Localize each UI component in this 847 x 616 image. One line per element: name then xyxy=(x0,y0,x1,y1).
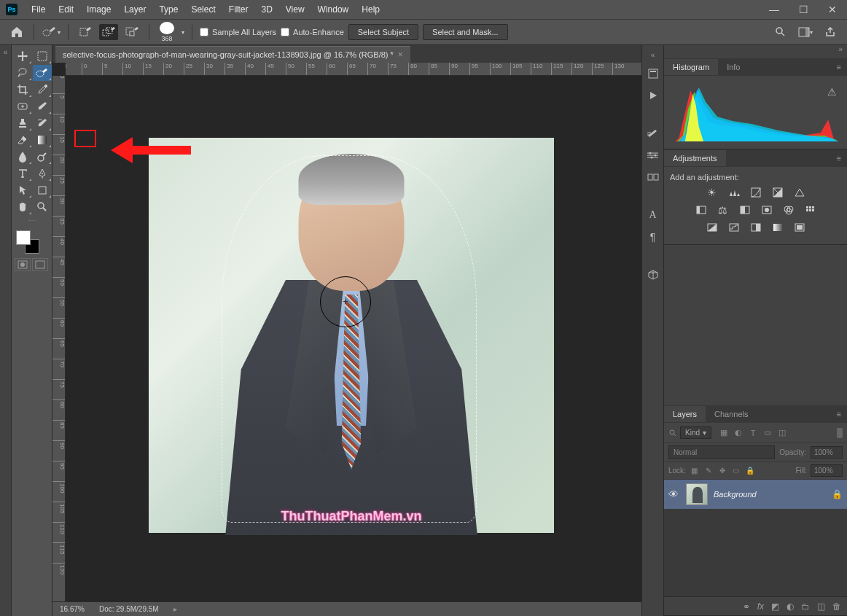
menu-edit[interactable]: Edit xyxy=(52,1,80,17)
kind-dropdown[interactable]: Kind▾ xyxy=(680,426,711,439)
select-and-mask-button[interactable]: Select and Mask... xyxy=(423,24,508,40)
filter-smart-icon[interactable]: ◫ xyxy=(777,428,787,438)
blur-tool[interactable] xyxy=(13,149,32,165)
play-icon[interactable] xyxy=(646,88,660,103)
toolbox-more-icon[interactable]: ⋯ xyxy=(13,217,50,225)
minimize-button[interactable]: — xyxy=(760,1,789,17)
layer-thumbnail[interactable] xyxy=(686,483,708,505)
document-tab[interactable]: selective-focus-photograph-of-man-wearin… xyxy=(55,46,410,63)
3d-panel-icon[interactable] xyxy=(646,268,660,282)
menu-file[interactable]: File xyxy=(25,1,52,17)
lock-artboard-icon[interactable]: ▭ xyxy=(731,466,741,476)
select-subject-button[interactable]: Select Subject xyxy=(348,24,418,40)
delete-layer-icon[interactable]: 🗑 xyxy=(832,601,841,612)
screenmode-icon[interactable] xyxy=(32,258,48,271)
color-wells[interactable] xyxy=(13,229,50,255)
new-selection-icon[interactable] xyxy=(76,24,95,40)
opacity-value[interactable]: 100% xyxy=(811,446,843,459)
dock-collapse-icon[interactable]: « xyxy=(651,51,655,59)
move-tool[interactable] xyxy=(13,48,32,64)
menu-image[interactable]: Image xyxy=(80,1,117,17)
maximize-button[interactable]: ☐ xyxy=(789,1,818,17)
zoom-tool[interactable] xyxy=(33,199,52,215)
menu-select[interactable]: Select xyxy=(184,1,222,17)
color-balance-icon[interactable]: ⚖ xyxy=(716,203,730,217)
panel-menu-icon[interactable]: ≡ xyxy=(831,410,847,418)
hue-icon[interactable] xyxy=(694,203,709,217)
brush-tool[interactable] xyxy=(33,98,52,114)
search-icon[interactable] xyxy=(771,24,790,40)
threshold-icon[interactable] xyxy=(749,221,763,234)
crop-tool[interactable] xyxy=(13,82,32,98)
add-selection-icon[interactable] xyxy=(99,24,118,40)
filter-shape-icon[interactable]: ▭ xyxy=(762,428,773,438)
history-icon[interactable] xyxy=(646,66,660,81)
eraser-tool[interactable] xyxy=(13,132,32,148)
histogram-tab[interactable]: Histogram xyxy=(664,59,718,75)
link-layers-icon[interactable]: ⚭ xyxy=(743,601,750,612)
levels-icon[interactable] xyxy=(727,186,741,199)
menu-type[interactable]: Type xyxy=(152,1,184,17)
exposure-icon[interactable] xyxy=(770,186,785,199)
panel-menu-icon[interactable]: ≡ xyxy=(831,63,847,71)
mask-icon[interactable]: ◩ xyxy=(771,601,779,612)
layer-name[interactable]: Background xyxy=(714,490,826,499)
lock-all-icon[interactable]: 🔒 xyxy=(745,466,755,476)
brush-preview[interactable]: 368 xyxy=(157,22,177,42)
menu-window[interactable]: Window xyxy=(311,1,356,17)
history-brush-tool[interactable] xyxy=(33,115,52,131)
panel-menu-icon[interactable]: ≡ xyxy=(831,154,847,163)
sample-all-layers-checkbox[interactable]: Sample All Layers xyxy=(200,28,276,36)
healing-tool[interactable] xyxy=(13,98,32,114)
type-tool[interactable] xyxy=(13,165,32,182)
layers-tab[interactable]: Layers xyxy=(664,406,706,422)
blend-mode-dropdown[interactable]: Normal xyxy=(668,445,775,459)
fill-value[interactable]: 100% xyxy=(811,464,843,477)
brush-settings-icon[interactable] xyxy=(646,148,660,163)
channel-mixer-icon[interactable] xyxy=(781,203,796,217)
gradient-tool[interactable] xyxy=(33,132,52,148)
curves-icon[interactable] xyxy=(749,186,763,199)
statusbar-caret-icon[interactable]: ▸ xyxy=(173,605,177,613)
zoom-readout[interactable]: 16.67% xyxy=(60,605,85,613)
left-edge-collapse[interactable]: « xyxy=(0,45,12,616)
brightness-icon[interactable]: ☀ xyxy=(705,186,719,199)
gradient-map-icon[interactable] xyxy=(770,221,785,234)
photo-filter-icon[interactable] xyxy=(760,203,774,217)
bw-icon[interactable] xyxy=(738,203,752,217)
menu-layer[interactable]: Layer xyxy=(117,1,152,17)
character-panel-icon[interactable]: A xyxy=(646,208,660,222)
brush-panel-icon[interactable] xyxy=(646,126,660,141)
home-icon[interactable] xyxy=(7,24,26,40)
clone-source-icon[interactable] xyxy=(646,170,660,184)
new-layer-icon[interactable]: ◫ xyxy=(817,601,825,612)
fx-icon[interactable]: fx xyxy=(757,601,764,612)
filter-toggle[interactable] xyxy=(837,428,843,438)
docsize-readout[interactable]: Doc: 29.5M/29.5M xyxy=(99,605,159,613)
menu-help[interactable]: Help xyxy=(355,1,386,17)
share-icon[interactable] xyxy=(821,24,840,40)
paragraph-panel-icon[interactable]: ¶ xyxy=(646,230,660,244)
invert-icon[interactable] xyxy=(705,221,719,234)
hand-tool[interactable] xyxy=(13,199,32,215)
vibrance-icon[interactable] xyxy=(792,186,807,199)
current-tool-icon[interactable]: ▾ xyxy=(42,24,60,40)
histogram-warning-icon[interactable]: ⚠ xyxy=(827,86,837,98)
filter-type-icon[interactable]: T xyxy=(748,428,758,438)
quick-selection-tool[interactable] xyxy=(33,65,52,81)
posterize-icon[interactable] xyxy=(727,221,741,234)
viewport[interactable]: ThuThuatPhanMem.vn xyxy=(66,76,641,601)
workspace-icon[interactable]: ▾ xyxy=(796,24,815,40)
subtract-selection-icon[interactable] xyxy=(122,24,141,40)
auto-enhance-checkbox[interactable]: Auto-Enhance xyxy=(281,28,344,36)
visibility-icon[interactable]: 👁 xyxy=(668,488,680,500)
selective-color-icon[interactable] xyxy=(792,221,807,234)
info-tab[interactable]: Info xyxy=(718,59,749,75)
channels-tab[interactable]: Channels xyxy=(706,406,757,422)
lock-pixels-icon[interactable]: ▦ xyxy=(690,466,700,476)
foreground-color[interactable] xyxy=(16,230,31,245)
marquee-tool[interactable] xyxy=(33,48,52,64)
menu-3d[interactable]: 3D xyxy=(254,1,278,17)
color-lookup-icon[interactable] xyxy=(803,203,818,217)
close-button[interactable]: ✕ xyxy=(818,1,847,17)
